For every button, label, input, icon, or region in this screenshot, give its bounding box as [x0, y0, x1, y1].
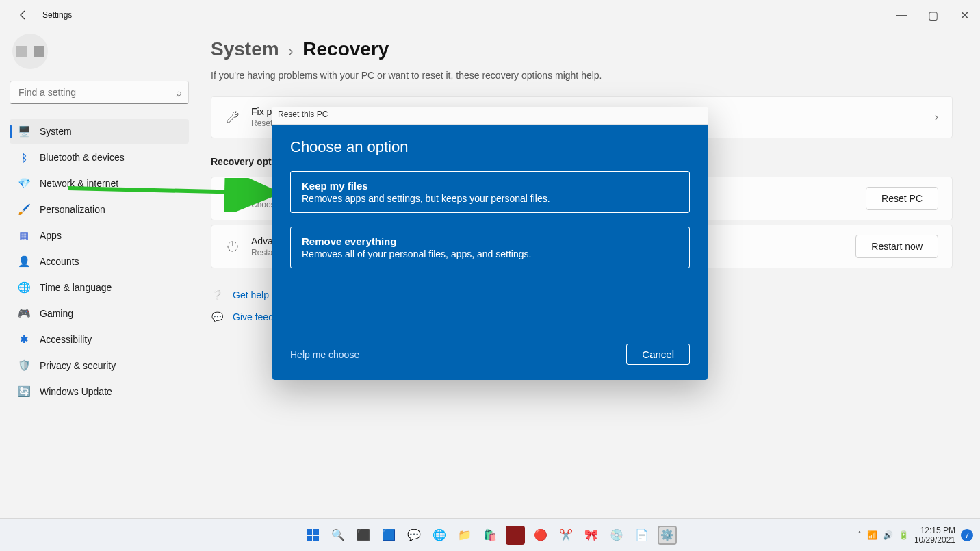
nav-label: Apps: [40, 230, 62, 241]
app-icon[interactable]: [506, 526, 525, 545]
svg-rect-5: [313, 536, 319, 541]
svg-rect-3: [313, 529, 319, 535]
power-icon: [225, 239, 240, 254]
option-remove-everything[interactable]: Remove everything Removes all of your pe…: [290, 227, 690, 268]
feedback-icon: 💬: [211, 311, 223, 323]
breadcrumb: System › Recovery: [211, 38, 953, 60]
page-description: If you're having problems with your PC o…: [211, 70, 953, 81]
dialog-heading: Choose an option: [290, 138, 690, 156]
nav-label: Personalization: [40, 204, 105, 215]
help-icon: ❔: [211, 289, 223, 301]
clock[interactable]: 12:15 PM 10/29/2021: [914, 526, 955, 545]
brush-icon: 🖌️: [18, 203, 30, 216]
battery-icon[interactable]: 🔋: [899, 530, 909, 540]
search-taskbar-icon[interactable]: 🔍: [328, 526, 348, 545]
maximize-button[interactable]: ▢: [917, 5, 949, 25]
nav-item-system[interactable]: 🖥️ System: [10, 119, 189, 144]
restart-now-button[interactable]: Restart now: [855, 235, 938, 258]
profile-area[interactable]: [10, 30, 189, 73]
nav-label: Network & internet: [40, 178, 118, 189]
app3-icon[interactable]: 🎀: [582, 526, 601, 545]
app2-icon[interactable]: ✂️: [556, 526, 576, 545]
nav-item-gaming[interactable]: 🎮 Gaming: [10, 301, 189, 326]
reset-pc-dialog: Reset this PC Choose an option Keep my f…: [272, 107, 708, 380]
nav-list: 🖥️ System ᛒ Bluetooth & devices 💎 Networ…: [10, 119, 189, 404]
edge-icon[interactable]: 🌐: [430, 526, 449, 545]
window-controls: — ▢ ✕: [886, 5, 980, 25]
breadcrumb-parent[interactable]: System: [211, 38, 279, 60]
nav-label: Accounts: [40, 256, 79, 267]
option-title: Remove everything: [302, 235, 678, 247]
settings-taskbar-icon[interactable]: ⚙️: [658, 526, 677, 545]
bluetooth-icon: ᛒ: [18, 151, 30, 164]
task-view-icon[interactable]: ⬛: [354, 526, 373, 545]
accessibility-icon: ✱: [18, 333, 30, 346]
back-button[interactable]: [12, 4, 34, 26]
dialog-title-bar: Reset this PC: [272, 107, 708, 125]
shield-icon: 🛡️: [18, 359, 30, 372]
nav-label: Windows Update: [40, 386, 112, 397]
title-bar: Settings — ▢ ✕: [0, 0, 980, 30]
taskbar-center: 🔍 ⬛ 🟦 💬 🌐 📁 🛍️ 🔴 ✂️ 🎀 💿 📄 ⚙️: [303, 526, 677, 545]
nav-label: Time & language: [40, 282, 112, 293]
wrench-icon: [225, 110, 240, 125]
time-label: 12:15 PM: [914, 526, 955, 535]
word-icon[interactable]: 📄: [632, 526, 652, 545]
option-desc: Removes apps and settings, but keeps you…: [302, 193, 678, 204]
search-input[interactable]: [17, 86, 176, 99]
reset-icon: [225, 191, 240, 206]
nav-item-apps[interactable]: ▦ Apps: [10, 223, 189, 248]
network-icon: 💎: [18, 177, 30, 190]
nav-item-bluetooth[interactable]: ᛒ Bluetooth & devices: [10, 145, 189, 170]
chevron-right-icon: ›: [289, 43, 294, 59]
store-icon[interactable]: 🛍️: [480, 526, 500, 545]
get-help-link[interactable]: Get help: [233, 290, 269, 300]
nav-item-personalization[interactable]: 🖌️ Personalization: [10, 197, 189, 222]
start-button[interactable]: [303, 526, 322, 545]
nav-item-time[interactable]: 🌐 Time & language: [10, 275, 189, 300]
notification-badge[interactable]: 7: [961, 529, 973, 541]
search-box[interactable]: ⌕: [10, 81, 189, 104]
file-explorer-icon[interactable]: 📁: [455, 526, 474, 545]
nav-item-privacy[interactable]: 🛡️ Privacy & security: [10, 353, 189, 378]
sidebar: ⌕ 🖥️ System ᛒ Bluetooth & devices 💎 Netw…: [0, 30, 198, 518]
minimize-button[interactable]: —: [886, 5, 917, 25]
cancel-button[interactable]: Cancel: [626, 344, 690, 365]
system-tray[interactable]: ˄ 📶 🔊 🔋 12:15 PM 10/29/2021 7: [858, 526, 980, 545]
avatar: [12, 34, 48, 69]
wifi-icon[interactable]: 📶: [867, 530, 877, 540]
option-title: Keep my files: [302, 180, 678, 192]
search-icon: ⌕: [176, 87, 181, 98]
close-button[interactable]: ✕: [949, 5, 980, 25]
option-keep-my-files[interactable]: Keep my files Removes apps and settings,…: [290, 171, 690, 213]
globe-icon: 🌐: [18, 281, 30, 294]
gamepad-icon: 🎮: [18, 307, 30, 320]
volume-icon[interactable]: 🔊: [883, 530, 893, 540]
nav-label: Accessibility: [40, 334, 92, 345]
widgets-icon[interactable]: 🟦: [379, 526, 398, 545]
display-icon: 🖥️: [18, 125, 30, 138]
chevron-right-icon: ›: [935, 111, 938, 123]
svg-rect-2: [307, 529, 312, 535]
app-title: Settings: [42, 10, 72, 20]
taskbar: 🔍 ⬛ 🟦 💬 🌐 📁 🛍️ 🔴 ✂️ 🎀 💿 📄 ⚙️ ˄ 📶 🔊 🔋 12:…: [0, 518, 980, 551]
nav-item-update[interactable]: 🔄 Windows Update: [10, 379, 189, 404]
svg-rect-4: [307, 536, 312, 541]
app4-icon[interactable]: 💿: [607, 526, 626, 545]
apps-icon: ▦: [18, 229, 30, 242]
update-icon: 🔄: [18, 385, 30, 398]
nav-item-accessibility[interactable]: ✱ Accessibility: [10, 327, 189, 352]
arrow-left-icon: [18, 10, 29, 21]
help-me-choose-link[interactable]: Help me choose: [290, 349, 359, 360]
nav-item-network[interactable]: 💎 Network & internet: [10, 171, 189, 196]
opera-icon[interactable]: 🔴: [531, 526, 550, 545]
date-label: 10/29/2021: [914, 535, 955, 545]
nav-item-accounts[interactable]: 👤 Accounts: [10, 249, 189, 274]
tray-chevron-icon[interactable]: ˄: [858, 530, 862, 540]
nav-label: Gaming: [40, 308, 73, 319]
nav-label: System: [40, 126, 72, 137]
page-title: Recovery: [302, 38, 389, 60]
chat-icon[interactable]: 💬: [404, 526, 424, 545]
nav-label: Privacy & security: [40, 360, 116, 371]
reset-pc-button[interactable]: Reset PC: [866, 187, 938, 210]
